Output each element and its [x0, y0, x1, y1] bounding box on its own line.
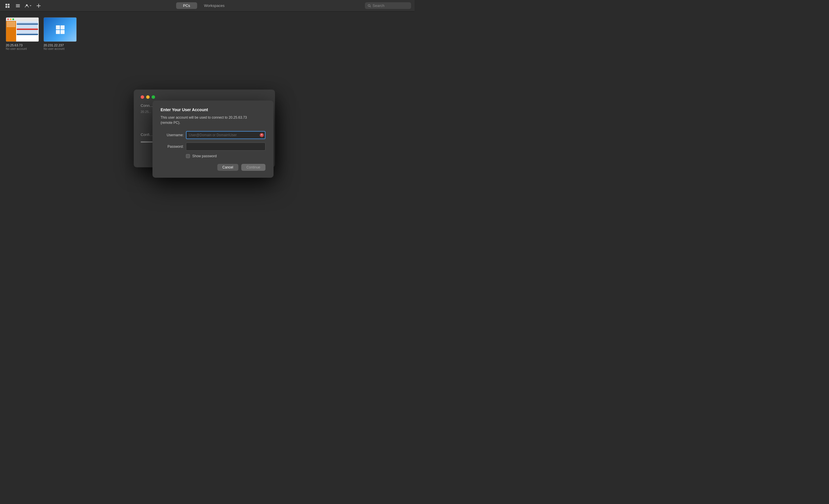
search-input[interactable]	[373, 3, 408, 8]
sheet-tl-red	[141, 95, 144, 99]
svg-rect-3	[8, 6, 9, 8]
sheet-traffic-lights	[141, 95, 268, 99]
show-password-checkbox[interactable]	[186, 154, 190, 158]
dialog-title: Enter Your User Account	[160, 108, 265, 112]
svg-rect-0	[5, 4, 7, 5]
dialog-area: Conn... 20.25... Confi... Cancel Enter Y…	[0, 11, 414, 252]
topbar: PCs Workspaces	[0, 0, 414, 11]
account-icon[interactable]	[24, 2, 32, 10]
sheet-tl-yellow	[146, 95, 150, 99]
show-password-label[interactable]: Show password	[192, 154, 217, 158]
svg-rect-2	[5, 6, 7, 8]
username-input[interactable]	[186, 131, 265, 139]
dialog-description: This user account will be used to connec…	[160, 115, 265, 125]
search-box	[365, 2, 411, 9]
username-label: Username:	[160, 133, 184, 137]
user-account-dialog: Enter Your User Account This user accoun…	[152, 101, 274, 178]
grid-view-icon[interactable]	[3, 2, 11, 10]
password-input-wrapper	[186, 143, 265, 151]
password-label: Password:	[160, 145, 184, 149]
tab-bar: PCs Workspaces	[45, 2, 363, 9]
topbar-right	[365, 2, 411, 9]
username-clear-button[interactable]: ✕	[260, 133, 264, 137]
search-icon	[368, 4, 371, 7]
show-password-row: Show password	[186, 154, 265, 158]
cancel-button[interactable]: Cancel	[217, 164, 239, 171]
main-content: 20.25.63.73 No user account 20.231.22.23…	[0, 11, 414, 252]
username-row: Username: ✕	[160, 131, 265, 139]
tab-pcs[interactable]: PCs	[176, 2, 197, 9]
username-input-wrapper: ✕	[186, 131, 265, 139]
list-view-icon[interactable]	[14, 2, 22, 10]
svg-point-8	[368, 4, 370, 6]
svg-rect-6	[16, 7, 20, 7]
sheet-tl-green	[152, 95, 155, 99]
add-icon[interactable]	[35, 2, 43, 10]
continue-button[interactable]: Continue	[241, 164, 265, 171]
svg-rect-1	[8, 4, 9, 5]
svg-rect-5	[16, 5, 20, 6]
svg-rect-4	[16, 4, 20, 5]
password-input[interactable]	[186, 143, 265, 151]
tab-workspaces[interactable]: Workspaces	[197, 2, 231, 9]
dialog-buttons: Cancel Continue	[160, 164, 265, 171]
svg-line-9	[370, 6, 370, 7]
password-row: Password:	[160, 143, 265, 151]
